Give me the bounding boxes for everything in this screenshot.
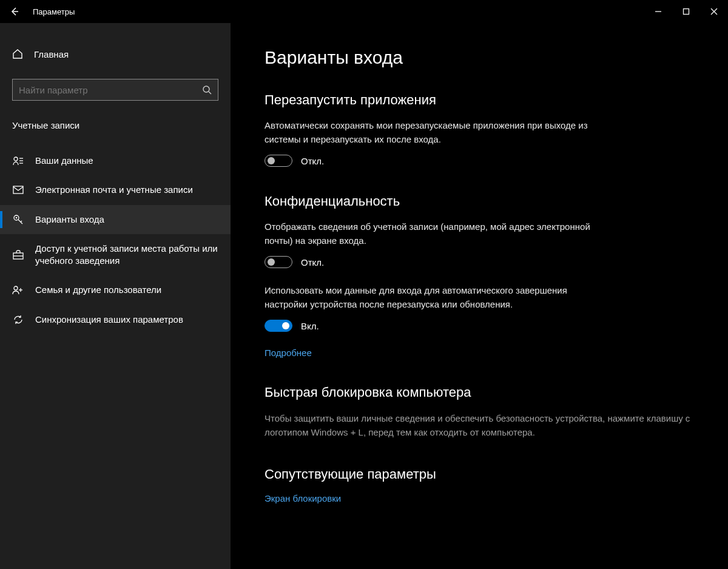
section-restart-apps: Перезапустить приложения Автоматически с… [265,92,694,167]
section-heading: Сопутствующие параметры [265,466,694,482]
titlebar: Параметры [0,0,728,23]
section-dynamic-lock: Быстрая блокировка компьютера Чтобы защи… [265,385,694,440]
sidebar-item-label: Синхронизация ваших параметров [35,314,183,326]
section-heading: Быстрая блокировка компьютера [265,385,694,400]
toggle-use-signin-info[interactable] [265,320,292,332]
svg-rect-2 [684,9,689,15]
toggle-restart-apps[interactable] [265,155,292,167]
svg-line-6 [209,92,211,94]
svg-point-5 [203,86,209,92]
svg-line-15 [21,221,22,222]
search-icon [202,85,212,95]
toggle-show-account-info[interactable] [265,256,292,268]
main-content: Варианты входа Перезапустить приложения … [231,23,728,569]
toggle-state-label: Откл. [301,257,324,268]
sidebar: Главная Учетные записи Ваши данные [0,23,231,569]
person-badge-icon [12,156,24,166]
sidebar-item-label: Электронная почта и учетные записи [35,184,193,196]
sidebar-item-family[interactable]: Семья и другие пользователи [0,275,231,305]
window-title: Параметры [33,7,75,16]
section-related: Сопутствующие параметры Экран блокировки [265,466,694,503]
search-input-wrapper[interactable] [12,79,218,101]
sidebar-item-label: Доступ к учетной записи места работы или… [35,243,218,268]
svg-point-7 [14,157,18,161]
sidebar-nav: Ваши данные Электронная почта и учетные … [0,146,231,334]
setting-description: Использовать мои данные для входа для ав… [265,284,604,311]
sidebar-item-signin-options[interactable]: Варианты входа [0,205,231,234]
link-learn-more[interactable]: Подробнее [265,348,312,358]
home-icon [12,49,23,59]
page-title: Варианты входа [265,47,694,68]
close-icon [710,8,718,15]
section-heading: Конфиденциальность [265,194,694,209]
maximize-button[interactable] [672,0,700,23]
sidebar-home-label: Главная [34,49,69,59]
toggle-state-label: Вкл. [301,321,319,331]
key-icon [12,214,24,225]
svg-point-18 [14,286,18,290]
sidebar-item-label: Семья и другие пользователи [35,284,161,296]
sidebar-item-sync[interactable]: Синхронизация ваших параметров [0,305,231,334]
svg-rect-11 [13,186,23,194]
svg-point-13 [16,217,18,218]
mail-icon [12,186,24,194]
svg-line-14 [18,220,22,224]
search-input[interactable] [19,85,202,95]
back-button[interactable] [0,0,29,23]
minimize-button[interactable] [644,0,672,23]
close-button[interactable] [700,0,728,23]
sidebar-item-email-accounts[interactable]: Электронная почта и учетные записи [0,175,231,204]
sidebar-item-work-access[interactable]: Доступ к учетной записи места работы или… [0,234,231,276]
section-privacy: Конфиденциальность Отображать сведения о… [265,194,694,358]
sidebar-home[interactable]: Главная [0,42,231,66]
sidebar-category: Учетные записи [12,120,218,130]
sidebar-item-label: Ваши данные [35,155,93,167]
maximize-icon [682,8,690,15]
setting-description: Чтобы защитить ваши личные сведения и об… [265,411,694,440]
minimize-icon [655,8,662,15]
setting-description: Автоматически сохранять мои перезапускае… [265,119,604,146]
arrow-left-icon [10,7,19,16]
sidebar-item-label: Варианты входа [35,214,104,226]
people-icon [12,285,24,295]
setting-description: Отображать сведения об учетной записи (н… [265,220,604,247]
briefcase-icon [12,250,24,260]
toggle-state-label: Откл. [301,156,324,166]
sidebar-item-your-info[interactable]: Ваши данные [0,146,231,175]
sync-icon [12,314,24,325]
link-lock-screen[interactable]: Экран блокировки [265,493,341,503]
section-heading: Перезапустить приложения [265,92,694,108]
